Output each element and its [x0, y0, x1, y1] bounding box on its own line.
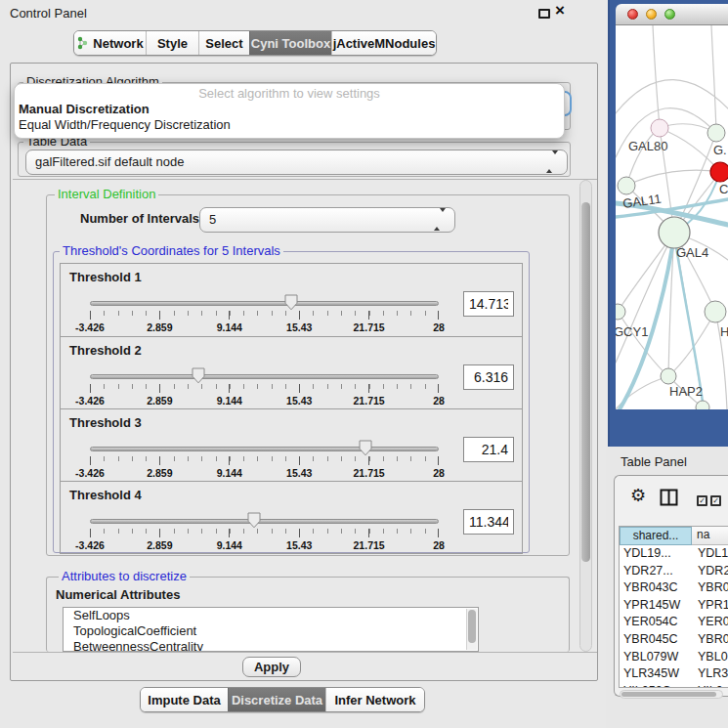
attributes-group: Attributes to discretize Numerical Attri…	[46, 577, 570, 652]
threshold-label: Threshold 1	[69, 270, 142, 284]
slider-track[interactable]	[90, 374, 439, 379]
column-header-shared-name[interactable]: shared...	[620, 527, 692, 545]
network-canvas[interactable]: GAL80 G. C GAL11 GAL4 GCY1 H HAP2	[616, 25, 728, 409]
node-selected[interactable]	[710, 162, 728, 182]
table-horizontal-scrollbar[interactable]	[620, 690, 723, 699]
list-scrollbar[interactable]	[466, 609, 477, 650]
node-label: GAL4	[676, 245, 708, 260]
threshold-list: Threshold 1 -3.4262.8599.14415.4321.7152…	[60, 263, 523, 554]
node-gal4[interactable]	[659, 217, 690, 248]
threshold-row-1: Threshold 1 -3.4262.8599.14415.4321.7152…	[61, 264, 522, 336]
tick-labels: -3.4262.8599.14415.4321.71528	[90, 467, 439, 479]
float-icon[interactable]	[538, 9, 550, 19]
threshold-slider[interactable]: -3.4262.8599.14415.4321.71528	[90, 440, 439, 481]
checkbox-icon[interactable]: ✓	[710, 495, 721, 506]
tab-jactivemnodules[interactable]: jActiveMNodules	[331, 31, 436, 55]
table-panel: Table Panel ⚙ ✓ ✓ shared... na YDL19...Y…	[606, 447, 728, 728]
main-scrollbar-thumb[interactable]	[581, 202, 590, 562]
slider-track[interactable]	[90, 519, 439, 524]
node-hap2[interactable]	[661, 368, 676, 384]
window-title: Control Panel	[10, 6, 87, 21]
list-item[interactable]: TopologicalCoefficient	[64, 623, 478, 639]
threshold-label: Threshold 4	[69, 488, 142, 502]
divider	[13, 179, 597, 180]
threshold-slider[interactable]: -3.4262.8599.14415.4321.71528	[90, 294, 439, 335]
tab-select[interactable]: Select	[198, 31, 249, 55]
dropdown-option-equal-width[interactable]: Equal Width/Frequency Discretization	[15, 117, 564, 133]
table-row[interactable]: YDL19...YDL1	[620, 545, 728, 563]
gear-icon[interactable]: ⚙	[630, 485, 646, 506]
threshold-value-input[interactable]	[463, 509, 514, 535]
threshold-value-input[interactable]	[463, 291, 514, 317]
node-label: G.	[713, 143, 727, 157]
tab-discretize-data[interactable]: Discretize Data	[228, 688, 325, 711]
dropdown-option-manual[interactable]: Manual Discretization	[15, 102, 564, 117]
network-graph: GAL80 G. C GAL11 GAL4 GCY1 H HAP2	[616, 25, 728, 409]
checkbox-icon[interactable]: ✓	[697, 495, 707, 506]
node[interactable]	[707, 124, 725, 142]
table-row[interactable]: YDR27...YDR2	[620, 563, 728, 580]
table-row[interactable]: YLR345WYLR3	[620, 665, 728, 683]
threshold-label: Threshold 2	[69, 343, 142, 358]
close-traffic-light-icon[interactable]	[627, 9, 638, 20]
number-of-intervals-select[interactable]: 5	[199, 207, 455, 233]
zoom-traffic-light-icon[interactable]	[664, 9, 675, 20]
list-item[interactable]: BetweennessCentrality	[64, 639, 478, 652]
slider-thumb-icon[interactable]	[359, 440, 373, 456]
group-title: Attributes to discretize	[59, 570, 190, 583]
table-scrollbar-thumb[interactable]	[621, 692, 716, 697]
node-label: H	[720, 324, 728, 339]
table-row[interactable]: YPR145WYPR1	[620, 597, 728, 615]
slider-track[interactable]	[90, 301, 439, 306]
column-header-name[interactable]: na	[692, 527, 728, 545]
close-icon[interactable]: ×	[555, 1, 565, 21]
node-gal11[interactable]	[618, 177, 635, 194]
tab-bar: Network Style Select Cyni Toolbox jActiv…	[73, 30, 437, 56]
slider-thumb-icon[interactable]	[191, 367, 205, 384]
list-item[interactable]: SelfLoops	[64, 608, 478, 623]
spinner-icon	[546, 150, 558, 174]
list-scrollbar-thumb[interactable]	[468, 610, 476, 643]
slider-thumb-icon[interactable]	[246, 512, 261, 529]
threshold-slider[interactable]: -3.4262.8599.14415.4321.71528	[90, 367, 439, 408]
numerical-attributes-label: Numerical Attributes	[56, 587, 180, 602]
group-title: Threshold's Coordinates for 5 Intervals	[60, 244, 283, 258]
node-gcy1[interactable]	[616, 304, 625, 320]
threshold-row-2: Threshold 2 -3.4262.8599.14415.4321.7152…	[61, 336, 522, 408]
network-window-frame: GAL80 G. C GAL11 GAL4 GCY1 H HAP2	[608, 0, 728, 447]
tab-cyni-toolbox[interactable]: Cyni Toolbox	[249, 31, 331, 55]
cyni-toolbox-panel: Discretization Algorithm Select algorith…	[10, 63, 598, 681]
network-window-titlebar[interactable]	[616, 4, 728, 25]
threshold-value-input[interactable]	[463, 437, 514, 462]
node[interactable]	[705, 301, 726, 322]
node[interactable]	[696, 401, 709, 409]
tick-labels: -3.4262.8599.14415.4321.71528	[90, 395, 439, 407]
main-scrollbar[interactable]	[579, 180, 592, 652]
tab-style[interactable]: Style	[146, 31, 198, 55]
bottom-tab-bar: Impute Data Discretize Data Infer Networ…	[140, 687, 425, 712]
major-ticks	[90, 384, 439, 393]
spinner-icon	[434, 208, 446, 232]
slider-track[interactable]	[90, 447, 439, 451]
tab-impute-data[interactable]: Impute Data	[141, 688, 228, 711]
tab-network[interactable]: Network	[74, 31, 146, 55]
interval-definition-group: Interval Definition Number of Intervals …	[46, 194, 570, 556]
table-row[interactable]: YBR045CYBR0	[620, 631, 728, 649]
split-pane-icon[interactable]	[660, 489, 678, 506]
table-row[interactable]: YBR043CYBR0	[620, 579, 728, 597]
table-row[interactable]: YER054CYER0	[620, 614, 728, 631]
slider-thumb-icon[interactable]	[283, 294, 298, 311]
group-title: Interval Definition	[55, 188, 158, 201]
node-gal80[interactable]	[651, 119, 668, 137]
table-row[interactable]: YIL052CYIL0	[620, 683, 728, 688]
table-data-select[interactable]: galFiltered.sif default node	[25, 150, 568, 175]
dropdown-hint: Select algorithm to view settings	[15, 84, 564, 102]
threshold-value-input[interactable]	[463, 364, 514, 390]
tab-infer-network[interactable]: Infer Network	[325, 688, 424, 711]
node-label: GAL80	[628, 139, 667, 153]
apply-button[interactable]: Apply	[242, 657, 301, 677]
major-ticks	[90, 456, 439, 465]
threshold-slider[interactable]: -3.4262.8599.14415.4321.71528	[90, 512, 439, 553]
minimize-traffic-light-icon[interactable]	[646, 9, 657, 20]
table-row[interactable]: YBL079WYBL0	[620, 649, 728, 666]
